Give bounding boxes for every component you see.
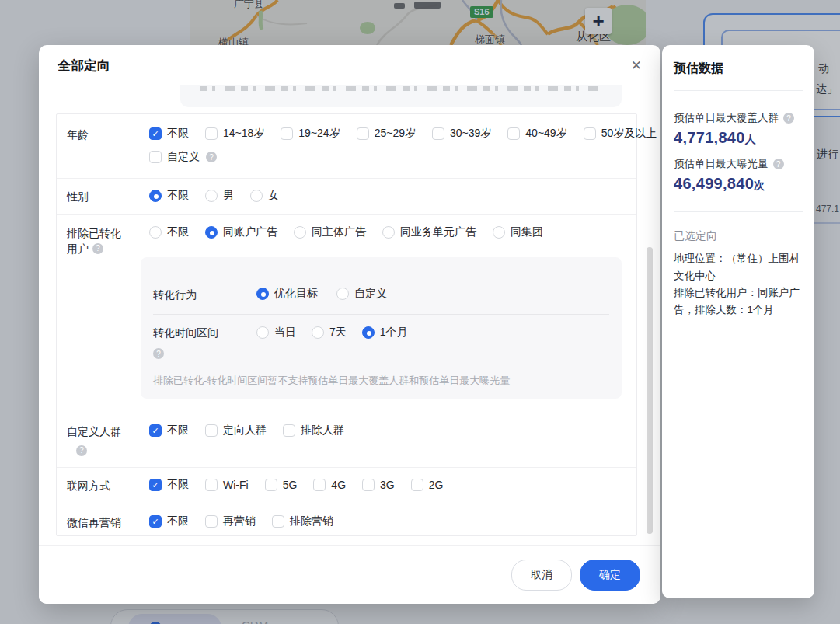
coverage-value: 4,771,840人 <box>674 129 803 147</box>
coverage-unit: 人 <box>745 133 756 145</box>
checkbox-checked-icon: ✓ <box>149 127 162 140</box>
checkbox-icon <box>281 127 293 140</box>
gender-options: 不限 男 女 <box>149 179 636 203</box>
wechat-remarketing-options: ✓ 不限 再营销 排除营销 <box>149 504 636 528</box>
checkbox-option[interactable]: 40~49岁 <box>507 127 566 141</box>
checkbox-icon <box>584 127 596 140</box>
coverage-label: 预估单日最大覆盖人群 ? <box>674 111 803 125</box>
scrollbar-thumb[interactable] <box>647 247 653 534</box>
selected-targeting-item: 排除已转化用户：同账户广告，排除天数：1个月 <box>674 284 803 319</box>
checkbox-option[interactable]: 4G <box>313 479 346 491</box>
radio-option[interactable]: 优化目标 <box>256 287 318 301</box>
checkbox-option[interactable]: 排除人群 <box>283 424 344 437</box>
checkbox-icon <box>272 515 284 528</box>
checkbox-option[interactable]: 排除营销 <box>272 514 333 528</box>
checkbox-option[interactable]: ✓ 不限 <box>149 514 189 528</box>
checkbox-option[interactable]: ✓ 不限 <box>149 478 189 492</box>
modal-header: 全部定向 ✕ <box>39 45 660 85</box>
radio-option[interactable]: 同账户广告 <box>205 225 277 239</box>
divider <box>674 211 803 212</box>
help-icon[interactable]: ? <box>206 152 217 162</box>
checkbox-icon <box>283 424 295 437</box>
checkbox-option[interactable]: 19~24岁 <box>281 127 340 141</box>
checkbox-icon <box>313 479 326 491</box>
exposure-unit: 次 <box>754 179 765 191</box>
checkbox-option[interactable]: 定向人群 <box>205 424 267 437</box>
row-wechat-remarketing: 微信再营销 ✓ 不限 再营销 排除营销 <box>57 504 636 537</box>
row-network: 联网方式 ✓ 不限 Wi-Fi 5G <box>57 467 636 504</box>
conversion-behavior-options: 优化目标 自定义 <box>256 287 609 301</box>
radio-icon <box>382 226 395 239</box>
radio-icon <box>256 326 269 339</box>
help-icon[interactable]: ? <box>153 348 164 359</box>
checkbox-option[interactable]: 50岁及以上 <box>584 127 657 141</box>
checkbox-option[interactable]: 5G <box>265 479 298 491</box>
row-exclude-converted-label: 排除已转化 用户 ? <box>67 225 151 256</box>
help-icon[interactable]: ? <box>76 445 87 456</box>
confirm-button[interactable]: 确定 <box>580 560 640 591</box>
estimate-panel: 预估数据 预估单日最大覆盖人群 ? 4,771,840人 预估单日最大曝光量 ?… <box>662 45 814 598</box>
radio-icon <box>312 326 324 339</box>
radio-icon <box>250 190 263 202</box>
checkbox-icon <box>411 479 423 491</box>
network-options: ✓ 不限 Wi-Fi 5G 4G <box>149 468 636 492</box>
radio-option[interactable]: 1个月 <box>362 326 408 340</box>
radio-option[interactable]: 自定义 <box>336 287 387 301</box>
checkbox-option[interactable]: 3G <box>362 479 395 491</box>
radio-option[interactable]: 不限 <box>149 189 189 203</box>
checkbox-checked-icon: ✓ <box>149 515 162 528</box>
conversion-settings-panel: 转化行为 优化目标 自定义 <box>141 257 622 399</box>
radio-option[interactable]: 同业务单元广告 <box>382 225 476 239</box>
modal-body: 年龄 ✓ 不限 14~18岁 19~24岁 <box>39 85 660 544</box>
checkbox-icon <box>507 127 520 140</box>
age-options-line1: ✓ 不限 14~18岁 19~24岁 25~29岁 <box>149 114 633 141</box>
radio-option[interactable]: 7天 <box>312 326 347 340</box>
checkbox-option-custom[interactable]: 自定义 <box>149 150 200 164</box>
checkbox-option[interactable]: 25~29岁 <box>357 127 416 141</box>
row-gender-label: 性别 <box>67 189 151 204</box>
radio-option[interactable]: 男 <box>205 189 234 203</box>
checkbox-option[interactable]: 14~18岁 <box>205 127 264 141</box>
checkbox-option[interactable]: 2G <box>411 479 444 491</box>
checkbox-option[interactable]: 30~39岁 <box>432 127 491 141</box>
checkbox-option[interactable]: 再营销 <box>205 514 256 528</box>
checkbox-option[interactable]: ✓ 不限 <box>149 127 189 141</box>
radio-icon <box>493 226 505 239</box>
estimate-panel-title: 预估数据 <box>674 61 803 77</box>
radio-option[interactable]: 当日 <box>256 326 296 340</box>
cancel-button[interactable]: 取消 <box>511 560 572 591</box>
row-gender: 性别 不限 男 女 <box>57 178 636 214</box>
help-icon[interactable]: ? <box>92 243 103 254</box>
row-exclude-converted: 排除已转化 用户 ? 不限 同账户广告 <box>57 214 636 413</box>
conversion-window-options: 当日 7天 1个月 <box>256 326 609 340</box>
row-wechat-remarketing-label: 微信再营销 <box>67 514 151 530</box>
radio-option[interactable]: 不限 <box>149 225 189 239</box>
conversion-behavior-row: 转化行为 优化目标 自定义 <box>153 257 609 315</box>
row-custom-audience: 自定义人群 ? ✓ 不限 定向人群 排除人群 <box>57 413 636 467</box>
modal-title: 全部定向 <box>58 57 110 75</box>
radio-option[interactable]: 同集团 <box>493 225 543 239</box>
checkbox-icon <box>205 479 218 491</box>
row-network-label: 联网方式 <box>67 478 151 493</box>
radio-icon <box>336 288 349 300</box>
row-custom-audience-label: 自定义人群 ? <box>67 424 151 457</box>
radio-option[interactable]: 女 <box>250 189 279 203</box>
help-icon[interactable]: ? <box>773 159 784 169</box>
exposure-label: 预估单日最大曝光量 ? <box>674 157 803 171</box>
scrolled-section-remnant <box>180 85 622 107</box>
checkbox-checked-icon: ✓ <box>149 479 162 491</box>
clipped-text-line <box>200 86 601 91</box>
exposure-value: 46,499,840次 <box>674 175 803 193</box>
close-icon[interactable]: ✕ <box>631 59 642 72</box>
checkbox-icon <box>205 127 218 140</box>
custom-audience-options: ✓ 不限 定向人群 排除人群 <box>149 413 636 437</box>
checkbox-option[interactable]: ✓ 不限 <box>149 424 189 437</box>
exclude-converted-options: 不限 同账户广告 同主体广告 同业务单元广告 <box>149 215 636 239</box>
help-icon[interactable]: ? <box>783 113 794 124</box>
radio-option[interactable]: 同主体广告 <box>294 225 366 239</box>
modal-footer: 取消 确定 <box>39 545 660 604</box>
radio-icon <box>149 226 162 239</box>
checkbox-icon <box>357 127 369 140</box>
radio-selected-icon <box>256 288 269 300</box>
checkbox-option[interactable]: Wi-Fi <box>205 479 249 491</box>
